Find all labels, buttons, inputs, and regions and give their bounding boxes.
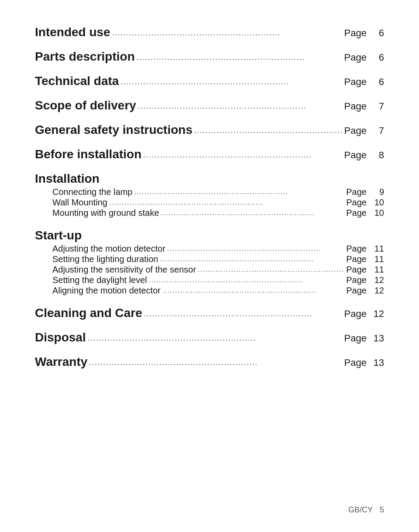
toc-entry-warranty: Warranty ...............................… [35, 356, 384, 368]
toc-page-disposal: Page 13 [344, 334, 384, 343]
toc-dots-parts-description: ........................................… [137, 54, 343, 61]
toc-entry-wall-mounting: Wall Mounting ..........................… [35, 198, 384, 207]
toc-dots-before-installation: ........................................… [143, 152, 342, 159]
toc-entry-disposal: Disposal ...............................… [35, 331, 384, 344]
page-num: 6 [372, 53, 384, 62]
toc-page-technical-data: Page 6 [344, 77, 384, 87]
toc-label-technical-data: Technical data [35, 75, 119, 87]
page-num: 9 [372, 188, 384, 196]
toc-page-parts-description: Page 6 [344, 53, 384, 62]
page-word: Page [344, 77, 367, 87]
startup-header: Start-up [35, 229, 384, 242]
toc-entry-ground-stake: Mounting with ground stake .............… [35, 208, 384, 217]
toc-label-lighting-duration: Setting the lighting duration [52, 255, 158, 263]
page-word: Page [344, 102, 367, 111]
page-num: 8 [372, 150, 384, 160]
toc-page-warranty: Page 13 [344, 358, 384, 368]
toc-dots: ........................................… [88, 335, 343, 342]
toc-dots: ........................................… [160, 256, 344, 262]
toc-dots: ........................................… [161, 210, 345, 216]
page-word: Page [344, 53, 367, 62]
page-container: Intended use ...........................… [0, 0, 419, 532]
toc-label-wall-mounting: Wall Mounting [52, 198, 107, 207]
toc-entry-connecting-lamp: Connecting the lamp ....................… [35, 188, 384, 196]
toc-entry-intended-use: Intended use ...........................… [35, 26, 384, 38]
toc-label-disposal: Disposal [35, 331, 86, 344]
page-footer: GB/CY 5 [348, 505, 384, 515]
page-num: 11 [372, 265, 384, 274]
toc-entry-aligning-motion: Aligning the motion detector ...........… [35, 286, 384, 295]
page-word: Page [346, 244, 367, 253]
installation-header: Installation [35, 173, 384, 185]
toc-dots: ........................................… [162, 287, 344, 293]
toc-entry-technical-data: Technical data .........................… [35, 75, 384, 87]
toc-page-cleaning-care: Page 12 [344, 309, 384, 319]
footer-region: GB/CY [348, 505, 373, 515]
toc-page-lighting-duration: Page 11 [346, 255, 384, 263]
toc-label-aligning-motion: Aligning the motion detector [52, 286, 161, 295]
page-word: Page [344, 28, 367, 38]
toc-dots: ........................................… [144, 310, 343, 317]
page-word: Page [346, 276, 367, 284]
toc-label-adjusting-motion: Adjusting the motion detector [52, 244, 165, 253]
toc-label-general-safety: General safety instructions [35, 124, 192, 136]
toc-entry-sensitivity: Adjusting the sensitivity of the sensor … [35, 265, 384, 274]
toc-dots: ........................................… [134, 189, 344, 195]
page-word: Page [344, 358, 367, 368]
toc-page-scope-of-delivery: Page 7 [344, 102, 384, 111]
page-word: Page [346, 198, 367, 207]
page-word: Page [346, 188, 367, 196]
toc-entry-before-installation: Before installation ....................… [35, 148, 384, 160]
installation-section: Installation Connecting the lamp .......… [35, 173, 384, 217]
toc-entry-lighting-duration: Setting the lighting duration ..........… [35, 255, 384, 263]
page-word: Page [346, 286, 367, 295]
toc-page-aligning-motion: Page 12 [346, 286, 384, 295]
page-word: Page [344, 150, 367, 160]
toc-entry-parts-description: Parts description ......................… [35, 51, 384, 63]
toc-entry-scope-of-delivery: Scope of delivery ......................… [35, 99, 384, 112]
toc-page-connecting-lamp: Page 9 [346, 188, 384, 196]
page-num: 11 [372, 244, 384, 253]
toc-entry-cleaning-care: Cleaning and Care ......................… [35, 307, 384, 319]
toc-label-daylight-level: Setting the daylight level [52, 276, 147, 284]
toc-label-connecting-lamp: Connecting the lamp [52, 188, 132, 196]
page-num: 12 [372, 276, 384, 284]
toc-label-parts-description: Parts description [35, 51, 135, 63]
toc-dots: ........................................… [198, 266, 344, 273]
toc-label-intended-use: Intended use [35, 26, 110, 38]
page-num: 12 [372, 309, 384, 319]
toc-dots-scope-of-delivery: ........................................… [138, 103, 343, 110]
toc-label-warranty: Warranty [35, 356, 87, 368]
page-word: Page [346, 255, 367, 263]
toc-label-sensitivity: Adjusting the sensitivity of the sensor [52, 265, 196, 274]
page-num: 6 [372, 28, 384, 38]
page-num: 7 [372, 126, 384, 136]
toc-page-ground-stake: Page 10 [346, 208, 384, 217]
toc-label-cleaning-care: Cleaning and Care [35, 307, 142, 319]
startup-section: Start-up Adjusting the motion detector .… [35, 229, 384, 295]
toc-page-daylight-level: Page 12 [346, 276, 384, 284]
toc-dots: ........................................… [89, 359, 342, 366]
toc-page-wall-mounting: Page 10 [346, 198, 384, 207]
page-num: 13 [372, 334, 384, 343]
toc-page-intended-use: Page 6 [344, 28, 384, 38]
toc-label-before-installation: Before installation [35, 148, 141, 160]
page-word: Page [344, 309, 367, 319]
installation-header-label: Installation [35, 173, 100, 185]
toc-dots: ........................................… [149, 277, 344, 283]
toc-page-sensitivity: Page 11 [346, 265, 384, 274]
toc-entry-daylight-level: Setting the daylight level .............… [35, 276, 384, 284]
page-word: Page [344, 334, 367, 343]
page-word: Page [346, 208, 367, 217]
startup-header-label: Start-up [35, 229, 82, 242]
page-num: 7 [372, 102, 384, 111]
page-num: 6 [372, 77, 384, 87]
toc-dots: ........................................… [167, 246, 344, 252]
toc-page-before-installation: Page 8 [344, 150, 384, 160]
toc-entry-general-safety: General safety instructions ............… [35, 124, 384, 136]
toc-dots: ........................................… [109, 199, 344, 205]
page-num: 11 [372, 255, 384, 263]
page-num: 12 [372, 286, 384, 295]
toc-page-adjusting-motion: Page 11 [346, 244, 384, 253]
page-word: Page [344, 126, 367, 136]
